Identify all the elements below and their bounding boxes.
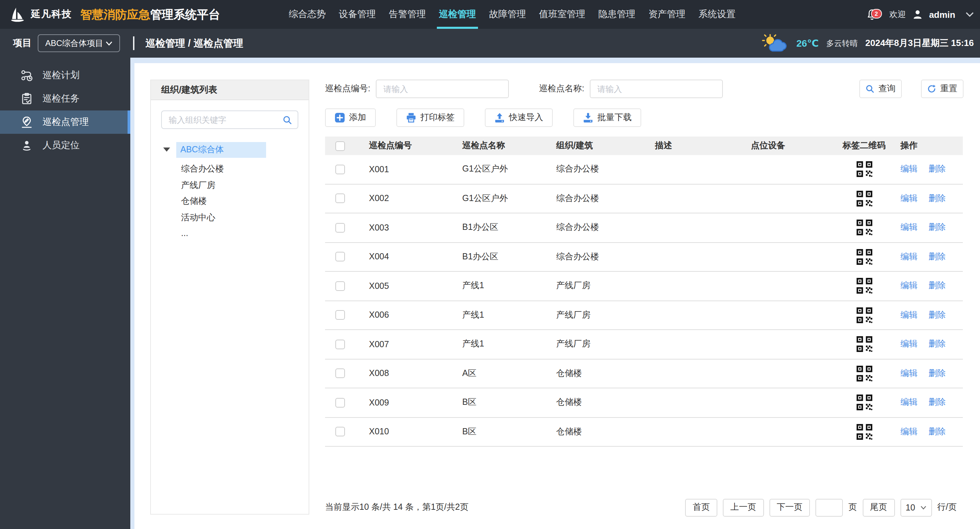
sidebar-item-label: 巡检计划	[43, 69, 80, 82]
username[interactable]: admin	[929, 9, 955, 19]
delete-link[interactable]: 删除	[929, 222, 946, 234]
nav-item-1[interactable]: 综合态势	[287, 0, 328, 29]
row-checkbox[interactable]	[336, 339, 345, 349]
nav-item-3[interactable]: 告警管理	[387, 0, 428, 29]
row-checkbox[interactable]	[336, 252, 345, 262]
column-header-1: 巡检点编号	[355, 140, 449, 151]
qr-code-icon	[856, 307, 873, 324]
nav-item-5[interactable]: 故障管理	[487, 0, 528, 29]
page-number-input[interactable]	[815, 499, 843, 516]
user-menu-chevron-icon[interactable]	[966, 12, 974, 17]
sidebar-item-inspection-task[interactable]: 巡检任务	[0, 87, 130, 110]
org-search-box	[161, 110, 298, 129]
tree-node-1[interactable]: 综合办公楼	[151, 161, 309, 177]
nav-item-2[interactable]: 设备管理	[337, 0, 378, 29]
tree-root-node[interactable]: ABC综合体	[176, 142, 266, 158]
row-checkbox[interactable]	[336, 281, 345, 291]
tree-node-5[interactable]: ...	[151, 226, 309, 242]
cell-org-building: 产线厂房	[542, 339, 641, 350]
column-header-3: 组织/建筑	[542, 140, 641, 151]
delete-link[interactable]: 删除	[929, 397, 946, 409]
reset-button[interactable]: 重置	[921, 80, 964, 98]
project-select-value: ABC综合体项目	[45, 37, 103, 49]
row-checkbox[interactable]	[336, 369, 345, 378]
next-page-button[interactable]: 下一页	[769, 499, 810, 516]
cell-qr-code	[833, 190, 895, 207]
sidebar-item-inspection-point[interactable]: 巡检点管理	[0, 110, 130, 134]
batch-download-button[interactable]: 批量下载	[573, 108, 641, 127]
delete-link[interactable]: 删除	[929, 193, 946, 204]
org-search-icon[interactable]	[283, 115, 292, 124]
edit-link[interactable]: 编辑	[900, 280, 918, 292]
page-size-select[interactable]: 10	[900, 499, 932, 516]
cell-org-building: 综合办公楼	[542, 164, 641, 175]
select-all-checkbox[interactable]	[336, 141, 345, 151]
tree-node-3[interactable]: 仓储楼	[151, 193, 309, 210]
prev-page-button[interactable]: 上一页	[723, 499, 764, 516]
product-name-suffix: 管理系统平台	[150, 6, 220, 22]
delete-link[interactable]: 删除	[929, 309, 946, 321]
project-select[interactable]: ABC综合体项目	[38, 34, 120, 52]
edit-link[interactable]: 编辑	[900, 339, 918, 350]
edit-link[interactable]: 编辑	[900, 164, 918, 175]
delete-link[interactable]: 删除	[929, 164, 946, 175]
qr-code-icon	[856, 219, 873, 236]
row-checkbox[interactable]	[336, 398, 345, 408]
cell-qr-code	[833, 307, 895, 324]
cell-qr-code	[833, 161, 895, 178]
cell-org-building: 仓储楼	[542, 397, 641, 409]
delete-link[interactable]: 删除	[929, 368, 946, 379]
tree-node-4[interactable]: 活动中心	[151, 210, 309, 226]
row-checkbox[interactable]	[336, 165, 345, 174]
sidebar-item-inspection-plan[interactable]: 巡检计划	[0, 64, 130, 87]
cell-point-name: B区	[449, 426, 542, 438]
nav-item-7[interactable]: 隐患管理	[596, 0, 638, 29]
nav-item-4[interactable]: 巡检管理	[437, 0, 478, 29]
tree-node-2[interactable]: 产线厂房	[151, 177, 309, 193]
edit-link[interactable]: 编辑	[900, 368, 918, 379]
row-checkbox[interactable]	[336, 194, 345, 204]
delete-link[interactable]: 删除	[929, 339, 946, 350]
edit-link[interactable]: 编辑	[900, 426, 918, 438]
brand: 延凡科技 智慧消防应急 管理系统平台	[9, 0, 220, 29]
org-search-input[interactable]	[167, 114, 283, 125]
delete-link[interactable]: 删除	[929, 426, 946, 438]
delete-link[interactable]: 删除	[929, 280, 946, 292]
nav-item-8[interactable]: 资产管理	[646, 0, 687, 29]
delete-link[interactable]: 删除	[929, 251, 946, 263]
breadcrumb-divider	[133, 37, 134, 50]
tree-expand-caret-icon[interactable]	[163, 148, 170, 151]
first-page-button[interactable]: 首页	[685, 499, 718, 516]
breadcrumb: 巡检管理 / 巡检点管理	[145, 29, 243, 57]
notification-bell-icon[interactable]: 2	[866, 8, 878, 21]
row-checkbox[interactable]	[336, 223, 345, 233]
tree-children: 综合办公楼产线厂房仓储楼活动中心...	[151, 161, 309, 242]
column-header-2: 巡检点名称	[449, 140, 542, 151]
edit-link[interactable]: 编辑	[900, 251, 918, 263]
cell-actions: 编辑 删除	[895, 164, 963, 175]
edit-link[interactable]: 编辑	[900, 309, 918, 321]
print-label-button[interactable]: 打印标签	[396, 108, 464, 127]
nav-item-9[interactable]: 系统设置	[697, 0, 738, 29]
query-button[interactable]: 查询	[859, 80, 902, 98]
edit-link[interactable]: 编辑	[900, 397, 918, 409]
last-page-button[interactable]: 尾页	[862, 499, 895, 516]
sidebar-item-personnel-location[interactable]: 人员定位	[0, 134, 130, 157]
point-name-input[interactable]	[590, 80, 723, 98]
edit-link[interactable]: 编辑	[900, 222, 918, 234]
content-area: 组织/建筑列表 ABC综合体 综合办公楼产线厂房仓储楼活动中心...	[130, 57, 980, 529]
row-checkbox[interactable]	[336, 427, 345, 437]
cell-point-code: X010	[355, 427, 449, 437]
user-avatar-icon[interactable]	[912, 9, 923, 20]
point-code-input[interactable]	[376, 80, 509, 98]
tree-root-row[interactable]: ABC综合体	[151, 141, 309, 158]
cell-point-name: 产线1	[449, 280, 542, 292]
qr-code-icon	[856, 277, 873, 295]
add-button[interactable]: 添加	[325, 108, 376, 127]
reset-button-label: 重置	[940, 83, 958, 95]
quick-import-button[interactable]: 快速导入	[485, 108, 553, 127]
row-checkbox[interactable]	[336, 311, 345, 320]
cell-point-code: X001	[355, 165, 449, 174]
edit-link[interactable]: 编辑	[900, 193, 918, 204]
nav-item-6[interactable]: 值班室管理	[537, 0, 587, 29]
